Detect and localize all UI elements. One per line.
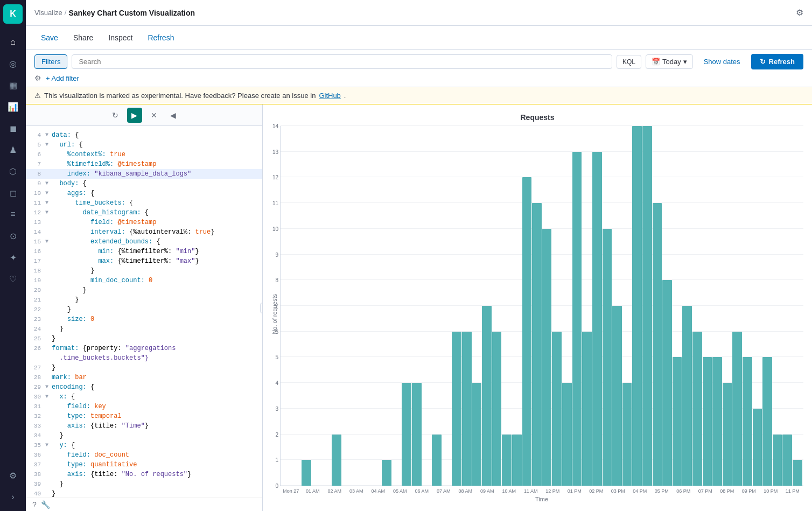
- chart-plot: 01234567891011121314: [280, 126, 803, 486]
- sidebar-item-logs[interactable]: ≡: [3, 205, 23, 224]
- inspect-button[interactable]: Inspect: [102, 30, 139, 45]
- code-line: .time_buckets.buckets"}: [26, 353, 262, 363]
- code-line: 13 field: @timestamp: [26, 218, 262, 227]
- topbar-gear-icon[interactable]: ⚙: [796, 8, 803, 18]
- x-tick-label: 01 PM: [564, 488, 586, 494]
- chart-bar: [762, 357, 772, 486]
- y-tick-label: 9: [265, 251, 278, 257]
- save-button[interactable]: Save: [34, 30, 65, 45]
- code-line: 16 min: {%timefilter%: "min"}: [26, 247, 262, 256]
- chart-bar: [502, 435, 512, 486]
- refresh-main-button[interactable]: ↻ Refresh: [751, 54, 803, 69]
- sidebar-item-ml[interactable]: ✦: [3, 248, 23, 267]
- share-button[interactable]: Share: [67, 30, 100, 45]
- code-line: 28mark: bar: [26, 373, 262, 382]
- code-line: 14 interval: {%autointerval%: true}: [26, 227, 262, 237]
- x-tick-label: 06 PM: [673, 488, 695, 494]
- sidebar-item-discover[interactable]: ◎: [3, 54, 23, 73]
- sidebar-item-dashboard[interactable]: ▦: [3, 75, 23, 95]
- sidebar-item-apm[interactable]: ⬡: [3, 162, 23, 181]
- x-tick-label: 07 AM: [433, 488, 455, 494]
- help-icon[interactable]: ?: [32, 500, 37, 509]
- chart-bar: [542, 229, 552, 486]
- sidebar-item-alerts[interactable]: ♡: [3, 269, 23, 289]
- x-tick-label: 11 PM: [782, 488, 804, 494]
- chart-container: No. of requests 01234567891011121314 Mon…: [271, 126, 803, 502]
- sidebar-item-home[interactable]: ⌂: [3, 32, 23, 52]
- chart-bar: [703, 357, 712, 486]
- code-line: 12▼ date_histogram: {: [26, 208, 262, 218]
- code-line: 18 }: [26, 266, 262, 276]
- chart-bar: [472, 383, 482, 486]
- chart-bar: [412, 383, 422, 486]
- chart-bar: [402, 383, 411, 486]
- y-tick-label: 6: [265, 328, 278, 334]
- sidebar-item-canvas[interactable]: ◼: [3, 118, 23, 138]
- panel-resize-dots[interactable]: ⋮: [260, 303, 263, 313]
- chart-bar: [723, 383, 732, 486]
- show-dates-button[interactable]: Show dates: [697, 55, 747, 68]
- filter-settings-icon[interactable]: ⚙: [34, 74, 41, 82]
- chart-bar: [532, 203, 542, 486]
- chart-bar: [522, 177, 532, 486]
- x-tick-label: 09 PM: [738, 488, 760, 494]
- editor-back-button[interactable]: ◀: [166, 108, 181, 123]
- breadcrumb-parent[interactable]: Visualize: [34, 9, 62, 17]
- x-tick-label: 12 PM: [542, 488, 564, 494]
- chart-bar: [382, 460, 391, 486]
- editor-refresh-button[interactable]: ↻: [108, 108, 123, 123]
- chart-bar: [642, 126, 652, 486]
- code-line: 25}: [26, 334, 262, 344]
- app-logo[interactable]: K: [3, 4, 23, 24]
- sidebar-item-maps[interactable]: ♟: [3, 140, 23, 159]
- code-line: 23 size: 0: [26, 314, 262, 324]
- code-line: 24 }: [26, 324, 262, 334]
- date-picker[interactable]: 📅 Today ▾: [646, 54, 693, 69]
- code-line: 7 %timefield%: @timestamp: [26, 159, 262, 169]
- refresh-button[interactable]: Refresh: [141, 30, 180, 45]
- sidebar-item-uptime[interactable]: ⊙: [3, 226, 23, 246]
- chart-bar: [432, 435, 442, 486]
- x-tick-label: 04 PM: [629, 488, 651, 494]
- breadcrumb-separator: /: [65, 9, 67, 17]
- chart-bar: [512, 435, 522, 486]
- chart-bar: [632, 126, 642, 486]
- code-line: 10▼ aggs: {: [26, 188, 262, 198]
- code-line: 4▼data: {: [26, 130, 262, 140]
- filters-button[interactable]: Filters: [34, 54, 67, 69]
- date-label: Today: [662, 58, 681, 66]
- sidebar-item-visualize[interactable]: 📊: [3, 97, 23, 116]
- sidebar-item-expand[interactable]: ›: [3, 487, 23, 507]
- chart-bar: [562, 383, 572, 486]
- kql-button[interactable]: KQL: [617, 55, 641, 69]
- chart-bar: [743, 357, 752, 486]
- editor-play-button[interactable]: ▶: [127, 108, 142, 123]
- warning-text-end: .: [344, 92, 346, 100]
- warning-text: This visualization is marked as experime…: [44, 92, 316, 100]
- sidebar-item-siem[interactable]: ◻: [3, 183, 23, 202]
- y-tick-label: 11: [265, 200, 278, 206]
- chart-bar: [753, 409, 762, 486]
- github-link[interactable]: GitHub: [319, 92, 340, 100]
- editor-close-button[interactable]: ✕: [146, 108, 162, 123]
- chart-bar: [452, 332, 461, 486]
- code-line: 22 }: [26, 305, 262, 314]
- x-tick-label: 02 PM: [585, 488, 607, 494]
- code-line: 21 }: [26, 295, 262, 305]
- x-tick-label: 03 PM: [607, 488, 629, 494]
- search-input[interactable]: [72, 54, 612, 69]
- editor-panel: ↻ ▶ ✕ ◀ 4▼data: {5▼ url: {6 %context%: t…: [26, 104, 263, 511]
- chart-bar: [782, 435, 792, 486]
- refresh-icon: ↻: [760, 58, 766, 66]
- filterbar-row2: ⚙ + Add filter: [34, 72, 803, 82]
- y-tick-label: 3: [265, 405, 278, 411]
- add-filter-button[interactable]: + Add filter: [46, 74, 79, 82]
- y-tick-label: 8: [265, 277, 278, 283]
- x-tick-label: 01 AM: [302, 488, 324, 494]
- settings-icon[interactable]: 🔧: [41, 500, 50, 509]
- code-line: 31 field: key: [26, 402, 262, 411]
- bars-container: [281, 126, 803, 486]
- y-tick-label: 12: [265, 174, 278, 180]
- breadcrumb: Visualize / Sankey Chart Custom Visualiz…: [34, 9, 195, 17]
- sidebar-item-settings[interactable]: ⚙: [3, 466, 23, 485]
